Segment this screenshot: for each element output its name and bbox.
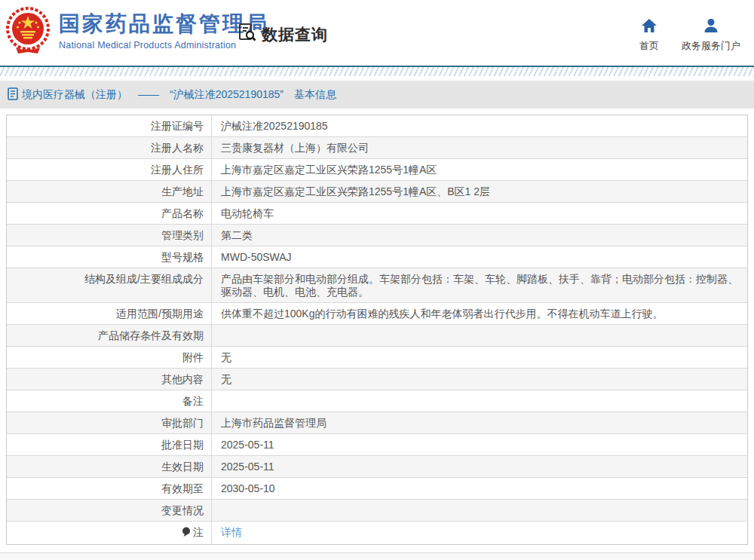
field-label: 批准日期 [7, 434, 212, 455]
field-label-text: 注册证编号 [151, 120, 204, 132]
table-row: 结构及组成/主要组成成分产品由车架部分和电动部分组成。车架部分包括：车架、车轮、… [7, 268, 747, 303]
table-row: 管理类别第二类 [7, 225, 747, 246]
table-row: 产品储存条件及有效期 [7, 325, 747, 347]
field-label-text: 产品名称 [161, 207, 204, 219]
table-row: 生产地址上海市嘉定区嘉定工业区兴荣路1255号1幢A区、B区1 2层 [7, 181, 747, 203]
table-row: 批准日期2025-05-11 [7, 434, 747, 456]
field-value [212, 390, 747, 412]
field-value: 供体重不超过100Kg的行动有困难的残疾人和年老体弱者出行代步用。不得在机动车道… [212, 303, 747, 324]
header-nav: 首页 政务服务门户 [639, 18, 740, 53]
table-row: 注册人住所上海市嘉定区嘉定工业区兴荣路1255号1幢A区 [7, 159, 747, 181]
field-label: 注册人住所 [7, 159, 212, 180]
field-value [212, 325, 747, 346]
field-value [212, 500, 747, 521]
table-row: 适用范围/预期用途供体重不超过100Kg的行动有困难的残疾人和年老体弱者出行代步… [7, 303, 747, 325]
field-value: 上海市嘉定区嘉定工业区兴荣路1255号1幢A区 [212, 159, 747, 180]
field-label: 其他内容 [7, 369, 212, 390]
field-label: 产品储存条件及有效期 [7, 325, 212, 346]
field-label: 生效日期 [7, 456, 212, 477]
table-row: 附件无 [7, 347, 747, 369]
field-label: 变更情况 [7, 500, 212, 521]
hatched-divider [0, 66, 754, 76]
field-label-text: 批准日期 [161, 439, 204, 451]
document-search-icon [238, 23, 262, 46]
table-row: 注册证编号沪械注准20252190185 [7, 115, 747, 137]
data-query-label: 数据查询 [262, 24, 328, 45]
field-label: 结构及组成/主要组成成分 [7, 268, 212, 302]
field-value: 第二类 [212, 225, 747, 246]
field-label-text: 结构及组成/主要组成成分 [84, 273, 204, 285]
field-label: 注册证编号 [7, 115, 212, 136]
field-label-text: 型号规格 [161, 251, 204, 263]
field-value: 上海市嘉定区嘉定工业区兴荣路1255号1幢A区、B区1 2层 [212, 181, 747, 202]
field-label-text: 备注 [182, 395, 204, 407]
table-row: 注详情 [7, 522, 747, 544]
field-label-text: 注 [193, 526, 204, 538]
field-label-text: 生产地址 [161, 185, 204, 197]
footer-strip [0, 552, 754, 560]
field-value: 上海市药品监督管理局 [212, 412, 747, 433]
registration-detail-table: 注册证编号沪械注准20252190185注册人名称三贵康复器材（上海）有限公司注… [6, 115, 748, 545]
details-link[interactable]: 详情 [221, 526, 242, 538]
breadcrumb: 境内医疗器械（注册） —— “沪械注准20252190185” 基本信息 [0, 81, 754, 109]
field-label-text: 注册人名称 [151, 142, 204, 154]
field-value: 2025-05-11 [212, 434, 747, 455]
field-label: 注册人名称 [7, 137, 212, 158]
table-row: 有效期至2030-05-10 [7, 478, 747, 500]
field-value: 沪械注准20252190185 [212, 115, 747, 136]
field-value: 2030-05-10 [212, 478, 747, 499]
field-label: 生产地址 [7, 181, 212, 202]
field-label: 型号规格 [7, 246, 212, 268]
field-label-text: 生效日期 [161, 461, 204, 473]
nav-home-label: 首页 [639, 39, 659, 53]
nav-portal-label: 政务服务门户 [682, 39, 740, 53]
table-row: 注册人名称三贵康复器材（上海）有限公司 [7, 137, 747, 159]
field-value: MWD-50SWAJ [212, 246, 747, 268]
user-icon [703, 18, 719, 39]
nav-home[interactable]: 首页 [639, 18, 659, 53]
field-label-text: 变更情况 [161, 504, 204, 516]
data-query-heading: 数据查询 [238, 23, 328, 46]
field-label: 适用范围/预期用途 [7, 303, 212, 324]
field-label-text: 附件 [182, 351, 204, 363]
table-row: 型号规格MWD-50SWAJ [7, 246, 747, 268]
page-header: 国家药品监督管理局 National Medical Products Admi… [0, 0, 754, 66]
note-balloon-icon [182, 527, 191, 540]
field-value: 三贵康复器材（上海）有限公司 [212, 137, 747, 158]
field-label-text: 适用范围/预期用途 [116, 308, 204, 320]
table-row: 备注 [7, 390, 747, 412]
field-value: 详情 [212, 522, 747, 544]
breadcrumb-text: 境内医疗器械（注册） —— “沪械注准20252190185” 基本信息 [22, 88, 336, 102]
nmpa-logo[interactable]: 国家药品监督管理局 National Medical Products Admi… [6, 6, 269, 62]
table-row: 审批部门上海市药品监督管理局 [7, 412, 747, 434]
field-label: 审批部门 [7, 412, 212, 433]
field-label: 附件 [7, 347, 212, 368]
field-label: 注 [7, 522, 212, 544]
table-row: 生效日期2025-05-11 [7, 456, 747, 478]
field-label-text: 注册人住所 [151, 164, 204, 176]
field-label-text: 审批部门 [161, 417, 204, 429]
nav-portal[interactable]: 政务服务门户 [682, 18, 740, 53]
field-value: 无 [212, 347, 747, 368]
field-value: 2025-05-11 [212, 456, 747, 477]
field-label: 产品名称 [7, 203, 212, 224]
page-icon [8, 87, 22, 103]
field-value: 电动轮椅车 [212, 203, 747, 224]
field-value: 无 [212, 369, 747, 390]
field-label-text: 管理类别 [161, 229, 204, 241]
field-label: 管理类别 [7, 225, 212, 246]
table-row: 变更情况 [7, 500, 747, 522]
field-label-text: 其他内容 [161, 373, 204, 385]
field-label-text: 产品储存条件及有效期 [98, 329, 204, 341]
table-row: 其他内容无 [7, 369, 747, 390]
field-label: 有效期至 [7, 478, 212, 499]
field-label-text: 有效期至 [161, 482, 204, 494]
field-value: 产品由车架部分和电动部分组成。车架部分包括：车架、车轮、脚踏板、扶手、靠背；电动… [212, 268, 747, 302]
field-label: 备注 [7, 390, 212, 412]
home-icon [641, 18, 657, 39]
national-emblem-icon [6, 6, 50, 62]
table-row: 产品名称电动轮椅车 [7, 203, 747, 225]
